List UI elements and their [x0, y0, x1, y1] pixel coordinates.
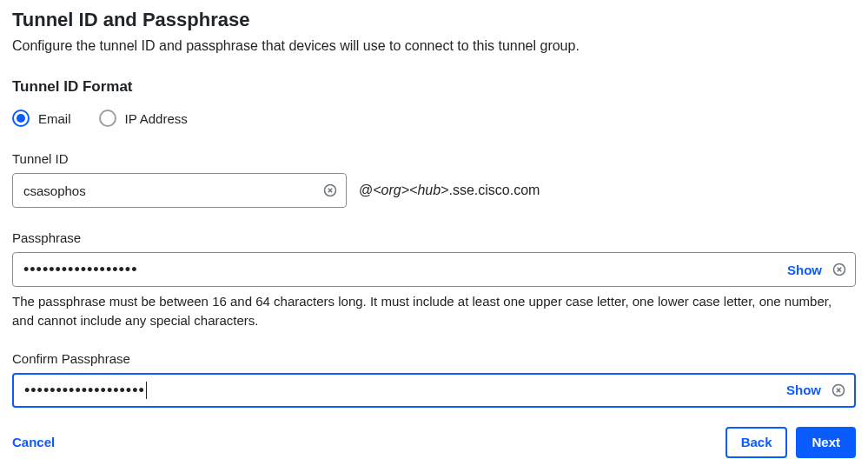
confirm-passphrase-label: Confirm Passphrase: [12, 351, 856, 366]
passphrase-show-button[interactable]: Show: [787, 263, 825, 277]
radio-ip-address[interactable]: IP Address: [99, 110, 188, 127]
passphrase-hint: The passphrase must be between 16 and 64…: [12, 292, 856, 330]
radio-ip-label: IP Address: [125, 111, 188, 126]
page-description: Configure the tunnel ID and passphrase t…: [12, 38, 856, 54]
confirm-passphrase-input[interactable]: •••••••••••••••••••: [14, 382, 786, 399]
tunnel-id-input-wrap: [12, 173, 347, 208]
radio-email-label: Email: [38, 111, 71, 126]
radio-icon: [99, 110, 116, 127]
clear-icon[interactable]: [323, 183, 337, 197]
text-cursor: [146, 382, 147, 399]
confirm-passphrase-show-button[interactable]: Show: [786, 382, 825, 397]
tunnel-id-input[interactable]: [13, 174, 323, 207]
tunnel-id-format-radio-group: Email IP Address: [12, 110, 856, 127]
back-button[interactable]: Back: [726, 427, 788, 458]
clear-icon[interactable]: [832, 383, 845, 397]
passphrase-input[interactable]: ••••••••••••••••••: [13, 262, 787, 277]
clear-icon[interactable]: [832, 263, 846, 276]
button-row: Cancel Back Next: [12, 427, 856, 458]
next-button[interactable]: Next: [796, 427, 856, 458]
radio-email[interactable]: Email: [12, 110, 71, 127]
passphrase-label: Passphrase: [12, 230, 856, 245]
page-title: Tunnel ID and Passphrase: [12, 9, 856, 31]
tunnel-id-domain-suffix: @<org><hub>.sse.cisco.com: [359, 183, 540, 198]
tunnel-id-label: Tunnel ID: [12, 151, 856, 166]
confirm-passphrase-input-wrap: ••••••••••••••••••• Show: [12, 373, 856, 408]
tunnel-id-format-heading: Tunnel ID Format: [12, 78, 856, 96]
passphrase-input-wrap: •••••••••••••••••• Show: [12, 252, 856, 287]
radio-icon: [12, 110, 30, 127]
cancel-button[interactable]: Cancel: [12, 435, 55, 449]
